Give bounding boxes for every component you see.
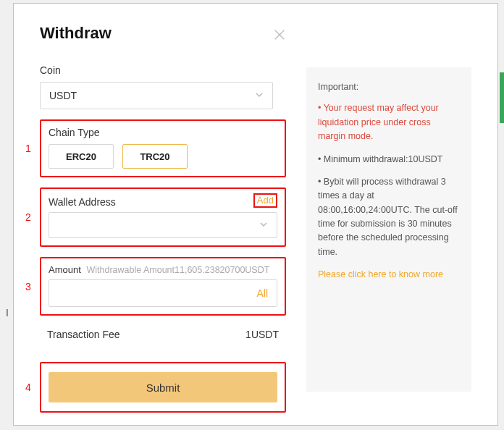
warning-text: Your request may affect your liquidation… xyxy=(318,101,460,143)
withdraw-modal: Withdraw Coin USDT 1 Chain Type ERC20 TR… xyxy=(13,3,498,426)
min-withdrawal-note: Minimum withdrawal:10USDT xyxy=(318,153,460,166)
chevron-down-icon xyxy=(255,90,264,101)
amount-section: 3 Amount Withdrawable Amount11,605.23820… xyxy=(40,257,286,316)
learn-more-link[interactable]: Please click here to know more xyxy=(318,268,460,282)
annotation-2: 2 xyxy=(25,211,31,223)
schedule-note: Bybit will process withdrawal 3 times a … xyxy=(318,175,460,259)
submit-section: 4 Submit xyxy=(40,362,286,413)
amount-label: Amount xyxy=(49,264,81,275)
modal-title: Withdraw xyxy=(40,24,286,43)
wallet-section: 2 Wallet Address Add xyxy=(40,187,286,247)
fee-value: 1USDT xyxy=(245,329,279,340)
chain-type-section: 1 Chain Type ERC20 TRC20 xyxy=(40,119,286,177)
annotation-3: 3 xyxy=(25,281,31,292)
amount-all-link[interactable]: All xyxy=(256,287,268,299)
close-icon[interactable] xyxy=(273,28,287,43)
add-wallet-link[interactable]: Add xyxy=(253,193,277,208)
amount-input[interactable]: All xyxy=(49,279,277,307)
chain-type-label: Chain Type xyxy=(49,127,277,138)
coin-select[interactable]: USDT xyxy=(40,82,273,109)
wallet-select[interactable] xyxy=(49,212,277,238)
backdrop-label: I xyxy=(6,307,9,319)
coin-label: Coin xyxy=(40,64,286,76)
coin-value: USDT xyxy=(49,90,77,101)
withdrawable-hint: Withdrawable Amount11,605.23820700USDT xyxy=(86,265,269,275)
annotation-1: 1 xyxy=(25,143,31,154)
chain-option-trc20[interactable]: TRC20 xyxy=(122,144,188,169)
important-title: Important: xyxy=(318,80,460,94)
submit-button[interactable]: Submit xyxy=(49,372,277,402)
annotation-4: 4 xyxy=(25,381,31,393)
wallet-label: Wallet Address xyxy=(49,196,116,208)
info-panel: Important: Your request may affect your … xyxy=(306,67,471,392)
fee-label: Transaction Fee xyxy=(47,329,120,340)
chain-option-erc20[interactable]: ERC20 xyxy=(49,144,114,169)
chevron-down-icon xyxy=(259,219,268,232)
